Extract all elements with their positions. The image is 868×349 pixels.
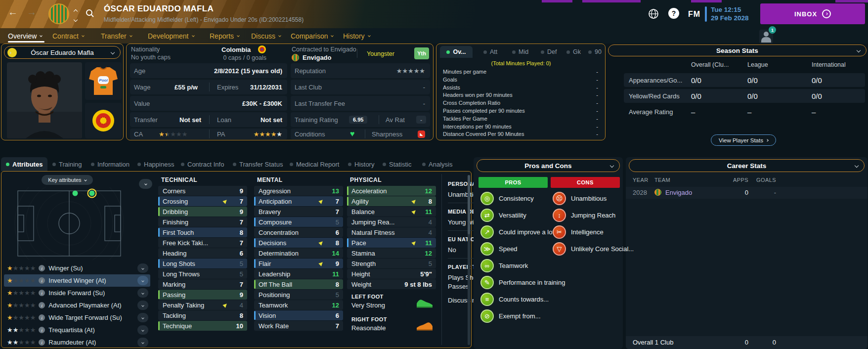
tab-statistic[interactable]: Statistic: [378, 157, 417, 171]
nav-tab-overview[interactable]: Overview: [8, 31, 42, 42]
forward-arrow-button[interactable]: →: [27, 7, 37, 17]
star-icon: ★: [7, 326, 13, 334]
club-name[interactable]: Envigado: [303, 54, 332, 61]
attribute-label: Natural Fitness: [351, 229, 394, 236]
training-rating-label: Training Rating: [295, 116, 338, 124]
nav-tab-label: Discuss: [251, 32, 275, 40]
position-row-inverted-winger-at-[interactable]: ★★★★★ i Inverted Winger (At): [4, 274, 150, 287]
attribute-value: 12: [425, 250, 432, 257]
position-row-raumdeuter-at-[interactable]: ★★★★★ i Raumdeuter (At): [4, 336, 150, 349]
position-row-winger-su-[interactable]: ★★★★★ i Winger (Su): [4, 262, 150, 274]
star-icon: ★: [7, 314, 13, 321]
info-icon[interactable]: i: [39, 290, 45, 296]
envigado-logo-icon: [654, 189, 661, 196]
position-row-trequartista-at-[interactable]: ★★★★★ i Trequartista (At): [4, 324, 150, 336]
nav-tab-reports[interactable]: Reports: [210, 31, 239, 42]
position-expand-icon[interactable]: [137, 276, 148, 285]
pros-cons-header[interactable]: Pros and Cons: [477, 159, 620, 172]
tab-happiness[interactable]: Happiness: [132, 157, 179, 171]
tab-analysis[interactable]: Analysis: [417, 157, 457, 171]
position-expand-icon[interactable]: [137, 338, 148, 347]
season-stats-header[interactable]: Season Stats: [608, 44, 867, 56]
pa-label: PA: [217, 131, 225, 138]
attribute-value: 9: [240, 208, 243, 216]
club-switch-down-icon[interactable]: [74, 15, 77, 24]
player-selector-dropdown[interactable]: Óscar Eduardo Mafla: [4, 46, 121, 59]
collapse-positions-button[interactable]: [139, 179, 152, 189]
stats-tab-gk[interactable]: Gk: [564, 46, 583, 58]
career-row[interactable]: 2028 Envigado 0 -: [626, 187, 868, 199]
star-icon: ★: [30, 339, 36, 346]
tab-contract-info[interactable]: Contract Info: [176, 157, 229, 171]
view-player-stats-button[interactable]: View Player Stats: [711, 134, 776, 146]
nav-tab-contract[interactable]: Contract: [52, 31, 84, 42]
info-icon[interactable]: i: [39, 302, 45, 308]
tab-transfer-status[interactable]: Transfer Status: [228, 157, 288, 171]
stats-tab-label: 90: [595, 48, 602, 55]
info-icon[interactable]: i: [39, 277, 45, 284]
inbox-button[interactable]: INBOX: [760, 3, 865, 24]
club-logo[interactable]: [48, 3, 69, 24]
tab-medical-report[interactable]: Medical Report: [285, 157, 344, 171]
attribute-value: 11: [425, 239, 432, 247]
nav-tab-history[interactable]: History: [343, 31, 370, 42]
pros-header-button[interactable]: PROS: [478, 177, 548, 188]
season-row-value: –: [691, 108, 695, 116]
window-strip: [691, 0, 722, 2]
cons-header-button[interactable]: CONS: [551, 177, 620, 188]
attribute-label: Anticipation: [259, 198, 292, 205]
position-row-inside-forward-su-[interactable]: ★★★★★ i Inside Forward (Su): [4, 287, 150, 299]
nav-tab-discuss[interactable]: Discuss: [251, 31, 281, 42]
tab-attributes[interactable]: Attributes: [1, 157, 47, 171]
globe-icon[interactable]: [648, 8, 659, 20]
position-pitch-map[interactable]: [13, 187, 126, 260]
info-icon[interactable]: i: [39, 265, 45, 271]
stats-tab-90[interactable]: 90: [586, 46, 604, 58]
notification-badge: 1: [769, 26, 776, 34]
info-icon[interactable]: i: [39, 327, 45, 333]
stats-tab-def[interactable]: Def: [539, 46, 559, 58]
key-attributes-label: Key attributes: [48, 177, 81, 183]
manager-avatar[interactable]: 1: [759, 30, 773, 44]
search-icon[interactable]: [85, 8, 95, 18]
back-arrow-button[interactable]: ←: [8, 7, 18, 17]
nav-tab-comparison[interactable]: Comparison: [291, 31, 333, 42]
position-expand-icon[interactable]: [137, 325, 148, 335]
tab-training[interactable]: Training: [47, 157, 87, 171]
nav-tab-transfer[interactable]: Transfer: [101, 31, 132, 42]
stats-tab-ov[interactable]: Ov...: [440, 46, 473, 58]
club-switch-up-icon[interactable]: [74, 6, 77, 15]
key-attributes-dropdown[interactable]: Key attributes: [42, 175, 93, 185]
help-icon[interactable]: ?: [668, 8, 679, 19]
attribute-row-vision: Vision6: [254, 310, 343, 320]
position-row-wide-target-forward-su-[interactable]: ★★★★★ i Wide Target Forward (Su): [4, 311, 150, 324]
nationality-value[interactable]: Colombia: [221, 46, 251, 53]
target-icon: ◎: [480, 192, 494, 205]
position-expand-icon[interactable]: [137, 313, 148, 322]
stats-tab-att[interactable]: Att: [481, 46, 499, 58]
season-row-value: –: [812, 108, 816, 116]
nav-tab-development[interactable]: Development: [148, 31, 194, 42]
info-icon[interactable]: i: [39, 314, 45, 321]
position-expand-icon[interactable]: [137, 301, 148, 310]
loan-label: Loan: [217, 116, 231, 124]
stats-tab-mid[interactable]: Mid: [510, 46, 530, 58]
career-team[interactable]: Envigado: [665, 189, 692, 196]
info-icon[interactable]: i: [39, 339, 45, 346]
attributes-scrollbar[interactable]: [468, 175, 470, 345]
attribute-row-decisions: Decisions8: [254, 238, 343, 248]
tab-dot-icon: [383, 163, 386, 166]
eu-national-value: No: [448, 246, 456, 254]
position-expand-icon[interactable]: [137, 263, 148, 273]
left-foot-value: Very Strong: [351, 302, 385, 309]
position-row-advanced-playmaker-at-[interactable]: ★★★★★ i Advanced Playmaker (At): [4, 299, 150, 311]
tab-history[interactable]: History: [343, 157, 379, 171]
attribute-value: 12: [332, 302, 339, 309]
tab-dot-icon: [422, 163, 426, 166]
attribute-label: Balance: [351, 208, 375, 216]
tab-information[interactable]: Information: [86, 157, 134, 171]
career-stats-header[interactable]: Career Stats: [629, 159, 865, 172]
stat-label: Minutes per game: [443, 69, 486, 75]
position-expand-icon[interactable]: [137, 288, 148, 298]
tab-dot-icon: [483, 50, 487, 54]
